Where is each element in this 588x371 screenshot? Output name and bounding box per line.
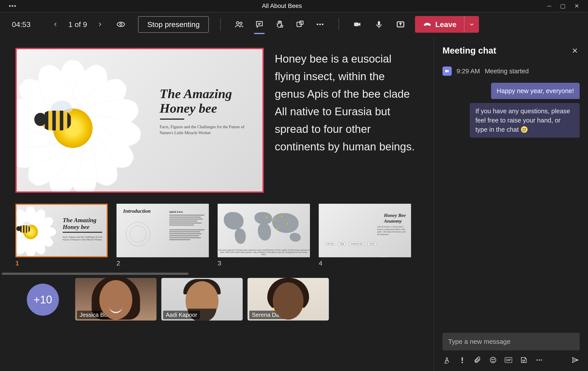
close-button[interactable]: ✕ [574, 3, 579, 10]
chat-close-button[interactable]: ✕ [572, 46, 578, 55]
svg-point-28 [536, 359, 538, 361]
app-more-icon[interactable]: ••• [9, 2, 17, 10]
thumbnail-2[interactable]: Introduction Quick Facts [116, 204, 209, 257]
system-message: 9:29 AM Meeting started [442, 67, 580, 76]
chevron-down-icon [469, 22, 474, 27]
svg-point-17 [130, 226, 147, 242]
participant-tile[interactable]: Jessica Booker [75, 278, 157, 321]
svg-point-3 [240, 22, 242, 24]
thumbnail-number-3: 3 [218, 260, 310, 267]
participant-strip: +10 Jessica Booker Aadi Kapoor Serena Da… [0, 275, 434, 321]
svg-rect-12 [354, 23, 358, 26]
bee-graphic [32, 102, 80, 137]
chat-message[interactable]: If you have any questions, please feel f… [470, 103, 580, 138]
gif-icon[interactable]: GIF [504, 356, 513, 364]
prev-slide-button[interactable] [50, 19, 61, 30]
chat-icon[interactable] [252, 17, 266, 31]
thumbnail-number-2: 2 [116, 260, 209, 267]
svg-point-24 [494, 359, 494, 360]
flower-graphic [15, 54, 144, 193]
system-time: 9:29 AM [457, 68, 480, 75]
compose-more-icon[interactable] [535, 356, 544, 364]
chat-input[interactable] [442, 333, 580, 350]
chat-message[interactable]: Happy new year, everyone! [491, 83, 580, 99]
slide-counter: 1 of 9 [67, 20, 88, 29]
stop-presenting-button[interactable]: Stop presenting [138, 16, 209, 33]
share-icon[interactable] [393, 17, 408, 31]
more-actions-icon[interactable] [313, 17, 327, 31]
svg-point-11 [322, 23, 323, 25]
microphone-icon[interactable] [372, 17, 386, 31]
thumbnail-number-4: 4 [319, 260, 411, 267]
svg-point-29 [538, 359, 540, 361]
chat-compose: GIF [434, 333, 588, 371]
thumbnail-number-1: 1 [15, 260, 108, 267]
emoji-icon[interactable] [489, 356, 497, 364]
svg-rect-18 [445, 70, 448, 72]
content-area: The AmazingHoney bee Facts, Figures and … [0, 37, 588, 371]
presentation-area: The AmazingHoney bee Facts, Figures and … [0, 37, 434, 371]
hangup-icon [422, 20, 432, 29]
format-icon[interactable] [442, 356, 451, 364]
chat-messages: 9:29 AM Meeting started Happy new year, … [434, 60, 588, 333]
leave-button[interactable]: Leave [415, 16, 479, 33]
speaker-notes: Honey bee is a eusocial flying insect, w… [275, 48, 415, 193]
meeting-chat-panel: Meeting chat ✕ 9:29 AM Meeting started H… [434, 37, 588, 371]
window-title: All About Bees [17, 2, 547, 10]
svg-rect-13 [378, 21, 380, 25]
svg-point-27 [524, 360, 525, 361]
svg-point-23 [492, 359, 492, 360]
smile-emoji [521, 126, 527, 133]
svg-point-10 [319, 23, 321, 25]
maximize-button[interactable]: ▢ [560, 3, 566, 10]
svg-point-26 [523, 360, 523, 361]
toolbar-divider [220, 18, 221, 30]
svg-point-6 [281, 25, 283, 27]
system-text: Meeting started [485, 68, 529, 75]
circle-decoration [123, 221, 153, 247]
next-slide-button[interactable] [94, 19, 105, 30]
thumbnail-3[interactable]: The seven species of honey bees represen… [218, 204, 310, 257]
leave-dropdown-button[interactable] [464, 16, 479, 33]
meeting-timer: 04:53 [12, 20, 31, 29]
meeting-icon [442, 67, 452, 76]
sticker-icon[interactable] [519, 356, 528, 364]
camera-icon[interactable] [350, 17, 365, 31]
send-button[interactable] [571, 356, 580, 364]
thumbnail-1[interactable]: The AmazingHoney bee Facts, Figures and … [15, 204, 108, 257]
svg-point-30 [541, 359, 542, 361]
svg-point-0 [117, 22, 125, 27]
svg-rect-20 [462, 357, 463, 361]
meeting-toolbar: 04:53 1 of 9 Stop presenting [0, 12, 588, 36]
overflow-participants[interactable]: +10 [15, 279, 70, 321]
current-slide[interactable]: The AmazingHoney bee Facts, Figures and … [15, 48, 264, 193]
chat-title: Meeting chat [442, 46, 496, 56]
raise-hand-icon[interactable] [273, 17, 287, 31]
thumbnail-scrollbar[interactable] [2, 273, 189, 275]
slide-thumbnails: The AmazingHoney bee Facts, Figures and … [0, 197, 434, 271]
participant-tile[interactable]: Aadi Kapoor [161, 278, 243, 321]
minimize-button[interactable]: ─ [547, 3, 551, 10]
svg-point-1 [120, 23, 122, 25]
participants-icon[interactable] [232, 17, 246, 31]
svg-point-9 [317, 23, 318, 25]
titlebar: ••• All About Bees ─ ▢ ✕ [0, 0, 588, 12]
toolbar-divider-2 [338, 18, 339, 30]
thumbnail-4[interactable]: Honey BeeAnatomy Like all insects, a hon… [319, 204, 411, 257]
svg-point-2 [237, 22, 239, 24]
slide-subtitle: Facts, Figures and the Challenges for th… [160, 124, 252, 136]
breakout-rooms-icon[interactable] [293, 17, 307, 31]
svg-point-21 [462, 362, 463, 363]
participant-name: Aadi Kapoor [163, 311, 200, 319]
presenter-view-icon[interactable] [114, 17, 128, 31]
svg-point-22 [490, 357, 496, 363]
participant-tile[interactable]: Serena Davis [248, 278, 329, 321]
world-map-graphic [221, 208, 306, 247]
leave-label: Leave [435, 20, 456, 29]
slide-title: The AmazingHoney bee [160, 87, 252, 115]
priority-icon[interactable] [458, 356, 467, 364]
attach-icon[interactable] [473, 356, 482, 364]
